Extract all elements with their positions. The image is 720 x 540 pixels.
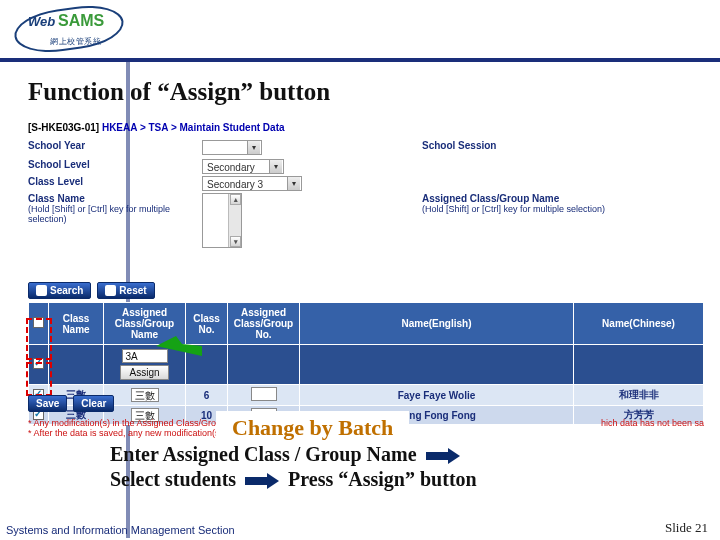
students-table: Class Name Assigned Class/Group Name Cla… bbox=[28, 302, 704, 425]
screenshot-action-row: Save Clear bbox=[28, 395, 114, 412]
reset-icon bbox=[105, 285, 116, 296]
class-level-select[interactable]: Secondary 3▾ bbox=[202, 176, 302, 191]
instruction-text: Enter Assigned Class / Group Name Select… bbox=[110, 442, 706, 492]
scrollbar[interactable]: ▴ ▾ bbox=[228, 194, 241, 247]
chevron-down-icon: ▾ bbox=[247, 141, 260, 154]
slide-header: Web SAMS 網上校管系統 bbox=[0, 0, 720, 68]
label-class-level: Class Level bbox=[28, 176, 202, 191]
action-row: Search Reset bbox=[28, 282, 155, 299]
col-class-name: Class Name bbox=[49, 303, 104, 345]
logo-subtitle: 網上校管系統 bbox=[50, 36, 101, 47]
label-class-name: Class Name bbox=[28, 193, 202, 204]
warning-notes: Any modification(s) in the Assigned Clas… bbox=[28, 418, 235, 438]
label-school-session: School Session bbox=[422, 140, 622, 157]
svg-marker-0 bbox=[156, 336, 202, 356]
warning-tail: hich data has not been sa bbox=[601, 418, 704, 428]
row-assigned-no-input[interactable] bbox=[251, 387, 277, 401]
col-name-zh: Name(Chinese) bbox=[574, 303, 704, 345]
table-row: 三數 三數 6 Faye Faye Wolie 和理非非 bbox=[29, 385, 704, 406]
arrow-right-icon bbox=[245, 474, 279, 488]
header-checkbox[interactable] bbox=[33, 358, 44, 369]
label-school-level: School Level bbox=[28, 159, 202, 174]
footer-right: Slide 21 bbox=[665, 520, 708, 536]
scroll-up-icon[interactable]: ▴ bbox=[230, 194, 241, 205]
clear-button[interactable]: Clear bbox=[73, 395, 114, 412]
arrow-right-icon bbox=[426, 449, 460, 463]
footer-left: Systems and Information Management Secti… bbox=[6, 524, 235, 536]
reset-button[interactable]: Reset bbox=[97, 282, 154, 299]
col-assigned-cg-no: Assigned Class/Group No. bbox=[228, 303, 300, 345]
assign-button[interactable]: Assign bbox=[120, 365, 168, 380]
label-school-year: School Year bbox=[28, 140, 202, 157]
header-rule bbox=[0, 58, 720, 62]
hint-multi-select-1: (Hold [Shift] or [Ctrl] key for multiple… bbox=[28, 204, 202, 224]
breadcrumb: [S-HKE03G-01] HKEAA > TSA > Maintain Stu… bbox=[28, 122, 285, 133]
save-button[interactable]: Save bbox=[28, 395, 67, 412]
school-level-select[interactable]: Secondary▾ bbox=[202, 159, 284, 174]
row-assigned-input[interactable]: 三數 bbox=[131, 388, 159, 402]
label-assigned-cg: Assigned Class/Group Name bbox=[422, 193, 622, 204]
col-name-en: Name(English) bbox=[300, 303, 574, 345]
chevron-down-icon: ▾ bbox=[287, 177, 300, 190]
breadcrumb-path: HKEAA > TSA > Maintain Student Data bbox=[102, 122, 285, 133]
school-year-select[interactable]: ▾ bbox=[202, 140, 262, 155]
logo-word-1: Web bbox=[28, 14, 55, 29]
green-arrow-icon bbox=[156, 336, 202, 356]
slide-footer: Systems and Information Management Secti… bbox=[0, 520, 720, 540]
class-name-listbox[interactable]: ▴ ▾ bbox=[202, 193, 242, 248]
logo-word-2: SAMS bbox=[58, 12, 104, 30]
chevron-down-icon: ▾ bbox=[269, 160, 282, 173]
scroll-down-icon[interactable]: ▾ bbox=[230, 236, 241, 247]
select-all-checkbox[interactable] bbox=[33, 317, 44, 328]
search-button[interactable]: Search bbox=[28, 282, 91, 299]
hint-multi-select-2: (Hold [Shift] or [Ctrl] key for multiple… bbox=[422, 204, 622, 214]
filter-form: School Year ▾ School Session School Leve… bbox=[28, 140, 704, 250]
search-icon bbox=[36, 285, 47, 296]
websams-logo: Web SAMS 網上校管系統 bbox=[14, 6, 124, 54]
callout-change-by-batch: Change by Batch bbox=[218, 413, 407, 443]
breadcrumb-code: [S-HKE03G-01] bbox=[28, 122, 99, 133]
slide-title: Function of “Assign” button bbox=[28, 78, 330, 106]
